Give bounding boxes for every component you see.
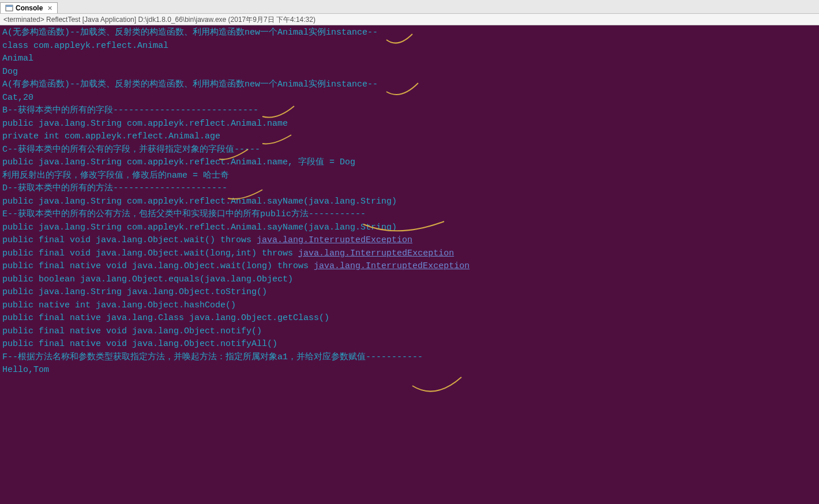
close-icon[interactable]: ✕ — [47, 5, 52, 12]
console-output: A(无参构造函数)--加载类、反射类的构造函数、利用构造函数new一个Anima… — [0, 25, 819, 504]
console-line: public java.lang.String com.appleyk.refl… — [2, 118, 817, 131]
console-line: A(有参构造函数)--加载类、反射类的构造函数、利用构造函数new一个Anima… — [2, 78, 817, 92]
console-line: public final native void java.lang.Objec… — [2, 325, 817, 338]
console-line: public final native java.lang.Class java… — [2, 312, 817, 325]
console-line: D--获取本类中的所有的方法---------------------- — [2, 182, 817, 195]
console-line: public java.lang.String com.appleyk.refl… — [2, 221, 817, 235]
console-line: B--获得本类中的所有的字段--------------------------… — [2, 104, 817, 118]
exception-link[interactable]: java.lang.InterruptedException — [257, 235, 412, 245]
console-line: private int com.appleyk.reflect.Animal.a… — [2, 130, 817, 144]
console-line: A(无参构造函数)--加载类、反射类的构造函数、利用构造函数new一个Anima… — [2, 27, 817, 40]
tab-bar: Console ✕ — [0, 0, 819, 14]
console-line: Animal — [2, 52, 817, 66]
console-line: Dog — [2, 66, 817, 79]
exception-link[interactable]: java.lang.InterruptedException — [314, 261, 469, 271]
console-line: 利用反射出的字段，修改字段值，修改后的name = 哈士奇 — [2, 170, 817, 183]
console-line: public native int java.lang.Object.hashC… — [2, 299, 817, 313]
console-line: public final void java.lang.Object.wait(… — [2, 234, 817, 247]
console-line: public final native void java.lang.Objec… — [2, 260, 817, 273]
console-line: F--根据方法名称和参数类型获取指定方法，并唤起方法：指定所属对象a1，并给对应… — [2, 351, 817, 364]
console-line: Hello,Tom — [2, 364, 817, 377]
status-bar: <terminated> ReflectTest [Java Applicati… — [0, 14, 819, 25]
console-line: E--获取本类中的所有的公有方法，包括父类中和实现接口中的所有public方法-… — [2, 208, 817, 221]
tab-label: Console — [16, 4, 43, 12]
console-line: C--获得本类中的所有公有的字段，并获得指定对象的字段值----- — [2, 144, 817, 157]
console-line: public final void java.lang.Object.wait(… — [2, 247, 817, 261]
exception-link[interactable]: java.lang.InterruptedException — [298, 249, 454, 258]
console-line: public java.lang.String com.appleyk.refl… — [2, 156, 817, 170]
svg-rect-1 — [6, 5, 13, 7]
console-line: class com.appleyk.reflect.Animal — [2, 40, 817, 53]
console-tab[interactable]: Console ✕ — [0, 2, 58, 13]
console-line: public final native void java.lang.Objec… — [2, 338, 817, 351]
console-line: public java.lang.String java.lang.Object… — [2, 286, 817, 299]
console-line: Cat,20 — [2, 92, 817, 105]
console-line: public java.lang.String com.appleyk.refl… — [2, 195, 817, 209]
console-line: public boolean java.lang.Object.equals(j… — [2, 273, 817, 287]
console-icon — [5, 4, 13, 12]
